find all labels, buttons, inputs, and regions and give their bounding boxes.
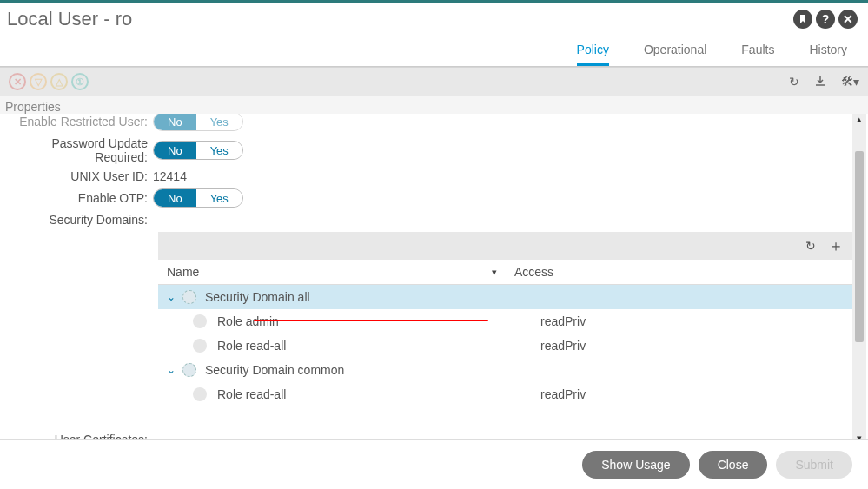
chevron-down-icon[interactable]: ⌄ [167,364,176,376]
sec-refresh-icon[interactable]: ↻ [805,239,816,253]
download-icon[interactable] [813,74,827,90]
person-icon [193,387,207,401]
role-readall-access: readPriv [540,339,844,353]
show-usage-button[interactable]: Show Usage [582,451,689,479]
unix-uid-value: 12414 [153,169,187,183]
close-icon[interactable]: ✕ [838,10,858,29]
role-readall-common-label: Role read-all [217,387,286,401]
col-name-label[interactable]: Name [167,265,199,279]
sec-domain-common-label: Security Domain common [205,363,344,377]
pwd-no[interactable]: No [154,142,196,159]
person-icon [193,339,207,353]
enable-restricted-toggle[interactable]: No Yes [153,114,243,131]
footer-actions: Show Usage Close Submit [0,439,868,489]
role-admin-access: readPriv [540,314,844,328]
role-readall-label: Role read-all [217,339,286,353]
tab-bar: Policy Operational Faults History [0,30,868,67]
restricted-yes[interactable]: Yes [196,114,242,130]
fault-major-icon[interactable]: ▽ [30,73,47,90]
close-button[interactable]: Close [699,451,768,479]
role-admin-label: Role admin [217,314,279,328]
tab-history[interactable]: History [809,43,847,66]
enable-otp-label: Enable OTP: [5,191,153,205]
bookmark-icon[interactable] [793,10,812,29]
page-title: Local User - ro [7,8,132,30]
restricted-no[interactable]: No [154,114,196,130]
title-bar: Local User - ro ? ✕ [0,3,868,30]
sec-domain-common-row[interactable]: ⌄ Security Domain common [158,358,852,382]
sec-domain-all-label: Security Domain all [205,290,310,304]
refresh-icon[interactable]: ↻ [789,75,799,89]
enable-restricted-label: Enable Restricted User: [5,115,153,129]
role-readall-row[interactable]: Role read-all readPriv [158,334,852,358]
otp-no[interactable]: No [154,189,196,207]
pwd-update-label: Password Update Required: [5,136,153,164]
security-domains-label: Security Domains: [5,213,153,227]
scroll-up-arrow[interactable]: ▴ [852,114,866,125]
pwd-update-toggle[interactable]: No Yes [153,141,243,160]
status-toolbar: ✕ ▽ △ ① ↻ 🛠︎▾ [0,67,868,96]
fault-critical-icon[interactable]: ✕ [9,73,26,90]
globe-icon [182,290,196,304]
col-access-label[interactable]: Access [514,265,844,279]
security-domains-table: Name ▾ Access ⌄ Security Domain all Role… [158,260,852,406]
sec-table-header: Name ▾ Access [158,260,852,285]
fault-info-icon[interactable]: ① [71,73,89,90]
fault-minor-icon[interactable]: △ [50,73,68,90]
properties-header: Properties [0,96,868,114]
sort-caret-icon[interactable]: ▾ [492,267,497,278]
person-icon [193,314,207,328]
tab-policy[interactable]: Policy [577,43,609,66]
globe-icon [182,363,196,377]
tools-icon[interactable]: 🛠︎▾ [841,75,859,89]
vertical-scrollbar[interactable]: ▴ ▾ [852,114,866,444]
help-icon[interactable]: ? [816,10,835,29]
unix-uid-label: UNIX User ID: [5,169,153,183]
title-action-icons: ? ✕ [793,10,858,29]
red-annotation-line [254,320,488,321]
chevron-down-icon[interactable]: ⌄ [167,291,176,303]
scroll-thumb[interactable] [855,151,864,342]
submit-button: Submit [776,451,852,479]
otp-yes[interactable]: Yes [196,189,242,207]
role-readall-common-access: readPriv [540,387,844,401]
tab-operational[interactable]: Operational [644,43,706,66]
role-admin-row[interactable]: Role admin readPriv [158,309,852,334]
pwd-yes[interactable]: Yes [196,142,242,159]
sec-domain-all-row[interactable]: ⌄ Security Domain all [158,285,852,309]
enable-otp-toggle[interactable]: No Yes [153,188,243,208]
sec-add-icon[interactable]: ＋ [828,235,844,256]
security-domains-toolbar: ↻ ＋ [158,232,852,260]
role-readall-common-row[interactable]: Role read-all readPriv [158,382,852,406]
form-scroll-area: Enable Restricted User: No Yes Password … [0,114,868,444]
tab-faults[interactable]: Faults [741,43,774,66]
